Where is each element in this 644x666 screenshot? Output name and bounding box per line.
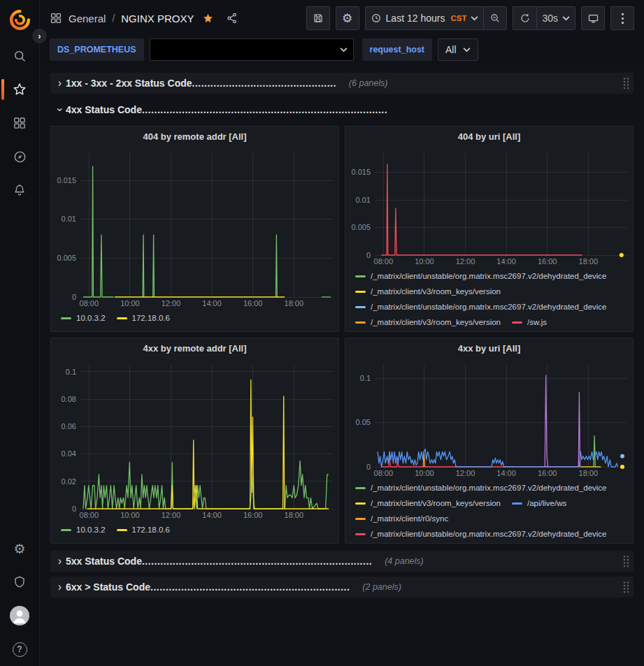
svg-text:0.06: 0.06	[62, 422, 76, 430]
zoom-out-time-button[interactable]	[483, 6, 507, 30]
legend-swatch	[355, 306, 366, 308]
kebab-icon	[621, 13, 624, 24]
panel-title[interactable]: 4xx by uri [All]	[345, 338, 633, 358]
legend-label: /_matrix/client/unstable/org.matrix.msc2…	[371, 530, 607, 538]
clock-icon	[371, 13, 382, 24]
row-drag-handle[interactable]	[622, 77, 630, 89]
sidebar-item-server-admin[interactable]	[0, 565, 39, 599]
sidebar-item-help[interactable]: ?	[0, 632, 39, 666]
row-title-dots: ........................................…	[150, 581, 350, 593]
share-icon[interactable]	[226, 12, 238, 24]
refresh-button[interactable]	[513, 6, 536, 30]
time-series-chart[interactable]: 08:0010:0012:0014:0016:0018:0000.020.040…	[51, 358, 338, 521]
legend-item[interactable]: /_matrix/client/v3/room_keys/version	[355, 495, 501, 511]
panel-legend: /_matrix/client/unstable/org.matrix.msc2…	[345, 267, 633, 331]
legend-item[interactable]: /_matrix/client/unstable/org.matrix.msc2…	[355, 268, 607, 284]
favorite-star-icon[interactable]	[202, 13, 214, 24]
sidebar-item-configuration[interactable]: ⚙	[0, 532, 39, 565]
refresh-interval-value: 30s	[542, 13, 558, 24]
row-header-1xx-3xx-2xx[interactable]: › 1xx - 3xx - 2xx Status Code ..........…	[50, 73, 634, 94]
row-header-4xx[interactable]: › 4xx Status Code ......................…	[50, 99, 634, 120]
legend-item[interactable]: /api/live/ws	[512, 495, 566, 511]
time-range-picker[interactable]: Last 12 hours CST	[365, 6, 484, 30]
legend-item[interactable]: /_matrix/client/v3/room_keys/version	[355, 284, 501, 299]
dashboards-grid-icon[interactable]	[50, 12, 62, 24]
save-dashboard-button[interactable]	[306, 6, 330, 30]
legend-item[interactable]: /_matrix/client/r0/sync	[355, 511, 448, 526]
time-series-chart[interactable]: 08:0010:0012:0014:0016:0018:0000.050.1	[345, 358, 633, 479]
legend-item[interactable]: /_matrix/client/unstable/org.matrix.msc2…	[355, 526, 607, 542]
sidebar-item-profile[interactable]	[0, 599, 39, 632]
variable-label-ds-prometheus: DS_PROMETHEUS	[50, 38, 144, 61]
row-title: 6xx > Status Code	[66, 581, 150, 593]
sidebar-item-explore[interactable]	[0, 140, 39, 173]
legend-swatch	[355, 291, 366, 293]
legend-label: /_matrix/client/unstable/org.matrix.msc2…	[371, 303, 607, 311]
svg-text:0.1: 0.1	[360, 374, 371, 382]
legend-swatch	[512, 321, 522, 324]
svg-text:0.005: 0.005	[351, 223, 371, 231]
row-title: 1xx - 3xx - 2xx Status Code	[66, 78, 192, 89]
refresh-group: 30s	[513, 6, 575, 30]
kebab-menu-button[interactable]	[610, 6, 634, 30]
chevron-right-icon: ›	[54, 77, 66, 89]
chevron-down-icon: ›	[54, 104, 66, 116]
row-drag-handle[interactable]	[622, 581, 630, 593]
row-title-dots: ........................................…	[142, 104, 387, 115]
time-series-chart[interactable]: 08:0010:0012:0014:0016:0018:0000.0050.01…	[51, 146, 338, 309]
page-title[interactable]: NGINX PROXY	[121, 13, 194, 24]
svg-text:0.015: 0.015	[57, 176, 76, 184]
dashboard-settings-button[interactable]: ⚙	[336, 6, 359, 30]
row-panel-count: (4 panels)	[385, 556, 424, 566]
panel-legend: 10.0.3.2172.18.0.6	[51, 309, 338, 331]
variable-label-request-host: request_host	[362, 38, 433, 61]
legend-item[interactable]: 10.0.3.2	[61, 310, 106, 326]
legend-item[interactable]: 10.0.3.2	[61, 522, 106, 537]
row-title: 4xx Status Code	[66, 104, 142, 115]
panel-legend: /_matrix/client/unstable/org.matrix.msc2…	[345, 479, 633, 543]
legend-item[interactable]: /_matrix/client/unstable/org.matrix.msc2…	[355, 299, 607, 314]
sidebar-expand-button[interactable]: ›	[31, 28, 48, 44]
legend-label: /_matrix/client/v3/room_keys/version	[371, 499, 501, 507]
panel-404-by-remote-addr: 404 by remote addr [All] 08:0010:0012:00…	[50, 126, 339, 332]
legend-swatch	[117, 529, 127, 531]
panel-title[interactable]: 404 by uri [All]	[345, 126, 633, 146]
time-range-label: Last 12 hours	[386, 13, 445, 24]
save-icon	[313, 13, 324, 24]
svg-text:10:00: 10:00	[120, 299, 140, 307]
tv-mode-button[interactable]	[581, 6, 605, 30]
legend-item[interactable]: /sw.js	[512, 314, 547, 330]
legend-item[interactable]: 172.18.0.6	[117, 310, 170, 326]
legend-label: 10.0.3.2	[76, 526, 106, 534]
time-series-chart[interactable]: 08:0010:0012:0014:0016:0018:0000.0050.01…	[345, 146, 633, 267]
svg-text:14:00: 14:00	[496, 257, 516, 266]
svg-text:0: 0	[72, 293, 76, 301]
panel-title[interactable]: 4xx by remote addr [All]	[51, 338, 338, 358]
refresh-interval-select[interactable]: 30s	[536, 6, 575, 30]
legend-swatch	[355, 502, 366, 505]
breadcrumb-section[interactable]: General	[69, 13, 106, 24]
legend-item[interactable]: 172.18.0.6	[117, 522, 170, 537]
sidebar-item-starred[interactable]	[0, 73, 39, 106]
panel-title[interactable]: 404 by remote addr [All]	[51, 126, 338, 146]
sidebar-item-dashboards[interactable]	[0, 106, 39, 140]
svg-text:18:00: 18:00	[285, 511, 304, 519]
row-drag-handle[interactable]	[622, 555, 630, 567]
row-header-5xx[interactable]: › 5xx Status Code ......................…	[50, 551, 634, 572]
svg-text:0.05: 0.05	[356, 418, 371, 426]
legend-label: 172.18.0.6	[132, 526, 170, 534]
sidebar-item-alerting[interactable]	[0, 173, 39, 207]
legend-label: /_matrix/client/r0/sync	[371, 514, 448, 523]
variable-value-ds-prometheus[interactable]	[150, 38, 354, 61]
svg-text:0.005: 0.005	[57, 254, 76, 262]
variable-value-request-host[interactable]: All	[438, 38, 478, 61]
legend-label: 172.18.0.6	[132, 314, 170, 322]
monitor-icon	[587, 13, 599, 24]
row-header-6xx[interactable]: › 6xx > Status Code ....................…	[50, 577, 634, 598]
row-title-dots: ........................................…	[192, 78, 336, 89]
panel-404-by-uri: 404 by uri [All] 08:0010:0012:0014:0016:…	[345, 126, 634, 332]
legend-item[interactable]: /_matrix/client/v3/room_keys/version	[355, 314, 501, 330]
breadcrumb-separator: /	[112, 13, 115, 24]
legend-item[interactable]: /_matrix/client/unstable/org.matrix.msc2…	[355, 480, 607, 495]
sidebar-item-search[interactable]	[0, 39, 39, 73]
